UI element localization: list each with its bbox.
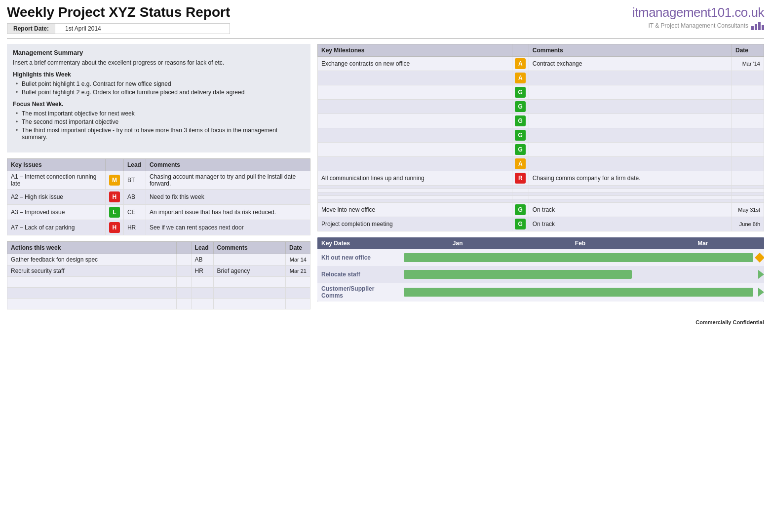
- footer: Commercially Confidential: [7, 319, 764, 325]
- brand-title: itmanagement101.co.uk: [632, 5, 764, 20]
- col-lead: Lead: [123, 158, 146, 171]
- milestone-badge-cell: [512, 199, 529, 202]
- action-comments: Brief agency: [213, 265, 285, 276]
- issue-badge-cell: L: [105, 204, 123, 220]
- gantt-arrow-icon: [758, 270, 764, 279]
- status-badge: G: [515, 144, 526, 155]
- list-item: Bullet point highlight 1 e.g. Contract f…: [16, 80, 305, 87]
- status-badge: M: [109, 175, 120, 186]
- action-date: Mar 21: [286, 265, 310, 276]
- milestone-date: [732, 192, 764, 195]
- col-badge-milestones: [512, 44, 529, 56]
- action-lead: AB: [191, 254, 213, 265]
- table-row: [7, 287, 310, 298]
- gantt-bar: [404, 253, 753, 262]
- milestone-name: [318, 195, 512, 199]
- table-row: A7 – Lack of car parking H HR See if we …: [7, 220, 310, 235]
- milestone-name: [318, 114, 512, 128]
- issue-name: A1 – Internet connection running late: [7, 171, 106, 189]
- footer-text: Commercially Confidential: [695, 319, 764, 325]
- issue-comments: An important issue that has had its risk…: [146, 204, 310, 220]
- issue-lead: BT: [123, 171, 146, 189]
- milestone-date: [732, 171, 764, 185]
- milestone-comments: [529, 128, 732, 142]
- action-name: [7, 276, 177, 287]
- milestone-comments: On track: [529, 217, 732, 231]
- bar-chart-icon: [751, 21, 764, 30]
- milestone-date: [732, 199, 764, 202]
- status-badge: H: [109, 191, 120, 202]
- table-row: A2 – High risk issue H AB Need to fix th…: [7, 189, 310, 204]
- mgmt-summary-intro: Insert a brief commentary about the exce…: [13, 59, 305, 66]
- page-title: Weekly Project XYZ Status Report: [7, 5, 230, 20]
- milestone-name: [318, 199, 512, 202]
- gantt-diamond-icon: [755, 253, 764, 263]
- table-row: [318, 199, 764, 202]
- focus-list: The most important objective for next we…: [13, 110, 305, 141]
- header-right: itmanagement101.co.uk IT & Project Manag…: [632, 5, 764, 30]
- status-badge: G: [515, 204, 526, 215]
- milestone-badge-cell: G: [512, 114, 529, 128]
- action-name: Recruit security staff: [7, 265, 177, 276]
- status-badge: G: [515, 101, 526, 112]
- table-row: A: [318, 156, 764, 171]
- gantt-bar: [404, 288, 753, 297]
- milestone-name: [318, 128, 512, 142]
- milestone-date: [732, 114, 764, 128]
- col-badge-actions: [176, 241, 191, 254]
- milestone-badge-cell: [512, 189, 529, 192]
- gantt-header: Key Dates Jan Feb Mar: [317, 237, 764, 249]
- milestone-comments: [529, 156, 732, 171]
- status-badge: G: [515, 219, 526, 229]
- gantt-arrow-icon: [758, 288, 764, 297]
- table-row: [318, 189, 764, 192]
- issue-name: A2 – High risk issue: [7, 189, 106, 204]
- gantt-month-jan: Jan: [396, 237, 519, 249]
- gantt-bar: [404, 270, 632, 279]
- milestone-comments: [529, 185, 732, 189]
- issue-name: A7 – Lack of car parking: [7, 220, 106, 235]
- table-row: [318, 192, 764, 195]
- top-divider: [7, 38, 764, 39]
- action-comments: [213, 254, 285, 265]
- gantt-months: Jan Feb Mar: [396, 237, 764, 249]
- milestone-date: June 6th: [732, 217, 764, 231]
- actions-table: Actions this week Lead Comments Date Gat…: [7, 241, 310, 309]
- report-date-value: 1st April 2014: [55, 24, 111, 34]
- milestone-comments: [529, 189, 732, 192]
- issue-lead: AB: [123, 189, 146, 204]
- action-date: [286, 276, 310, 287]
- milestone-comments: Chasing comms company for a firm date.: [529, 171, 732, 185]
- action-name: [7, 287, 177, 298]
- milestone-badge-cell: R: [512, 171, 529, 185]
- status-badge: G: [515, 87, 526, 98]
- issue-lead: CE: [123, 204, 146, 220]
- list-item: The most important objective for next we…: [16, 110, 305, 117]
- gantt-bars: [396, 266, 764, 283]
- milestone-badge-cell: G: [512, 202, 529, 217]
- col-actions: Actions this week: [7, 241, 177, 254]
- milestone-comments: Contract exchange: [529, 56, 732, 71]
- table-row: All communication lines up and running R…: [318, 171, 764, 185]
- issue-badge-cell: H: [105, 189, 123, 204]
- milestones-table: Key Milestones Comments Date Exchange co…: [317, 44, 764, 231]
- table-row: Exchange contracts on new office A Contr…: [318, 56, 764, 71]
- action-name: [7, 298, 177, 309]
- milestone-name: [318, 156, 512, 171]
- report-date-label: Report Date:: [7, 24, 55, 34]
- focus-heading: Focus Next Week.: [13, 101, 305, 108]
- action-comments: [213, 276, 285, 287]
- milestone-comments: [529, 142, 732, 156]
- milestone-name: [318, 71, 512, 85]
- action-badge-cell: [176, 298, 191, 309]
- list-item: Bullet point highlight 2 e.g. Orders for…: [16, 89, 305, 96]
- action-badge-cell: [176, 287, 191, 298]
- highlights-list: Bullet point highlight 1 e.g. Contract f…: [13, 80, 305, 96]
- status-badge: L: [109, 207, 120, 218]
- milestone-comments: [529, 85, 732, 99]
- left-column: Management Summary Insert a brief commen…: [7, 44, 310, 315]
- milestone-badge-cell: G: [512, 142, 529, 156]
- header-left: Weekly Project XYZ Status Report Report …: [7, 5, 230, 34]
- issue-comments: Need to fix this week: [146, 189, 310, 204]
- action-lead: [191, 287, 213, 298]
